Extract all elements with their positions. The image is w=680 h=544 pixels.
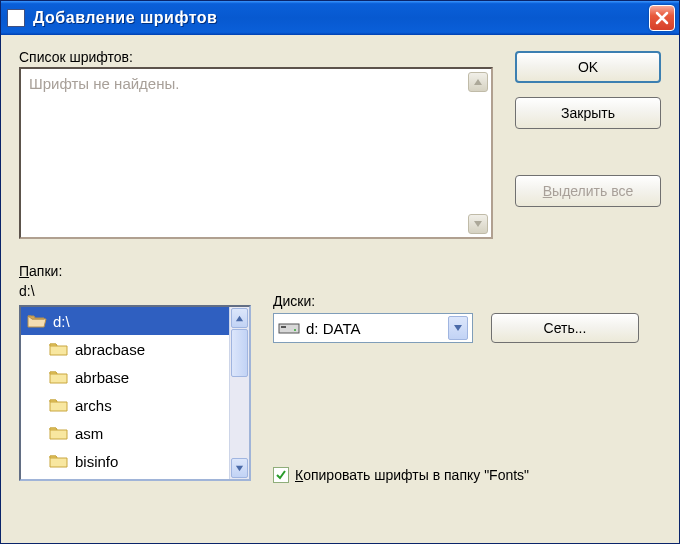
chevron-up-icon [235, 314, 244, 323]
add-fonts-dialog: Добавление шрифтов Список шрифтов: Шрифт… [0, 0, 680, 544]
ok-button[interactable]: OK [515, 51, 661, 83]
drive-icon [278, 321, 300, 335]
current-path: d:\ [19, 283, 251, 299]
folder-icon [49, 453, 69, 469]
select-all-button[interactable]: Выделить все [515, 175, 661, 207]
copy-fonts-checkbox[interactable] [273, 467, 289, 483]
folders-label: Папки: [19, 263, 251, 279]
dialog-content: Список шрифтов: Шрифты не найдены. OK За… [1, 35, 679, 543]
folder-item[interactable]: abrbase [21, 363, 249, 391]
folder-open-icon [27, 313, 47, 329]
folder-scroll-thumb[interactable] [231, 329, 248, 377]
drives-label: Диски: [273, 293, 661, 309]
titlebar: Добавление шрифтов [1, 1, 679, 35]
close-icon [655, 11, 669, 25]
folder-item[interactable]: abracbase [21, 335, 249, 363]
folder-item-label: archs [75, 397, 112, 414]
folder-item-label: asm [75, 425, 103, 442]
chevron-down-icon [235, 464, 244, 473]
folder-icon [49, 369, 69, 385]
folder-icon [49, 425, 69, 441]
chevron-down-icon [473, 219, 483, 229]
copy-fonts-label: Копировать шрифты в папку "Fonts" [295, 467, 529, 483]
folder-scrollbar[interactable] [229, 307, 249, 479]
network-button[interactable]: Сеть... [491, 313, 639, 343]
folder-item-label: abrbase [75, 369, 129, 386]
folder-item[interactable]: bisinfo [21, 447, 249, 475]
folder-item[interactable]: d:\ [21, 307, 249, 335]
folder-scroll-down[interactable] [231, 458, 248, 478]
svg-rect-1 [281, 326, 286, 328]
folder-item-label: abracbase [75, 341, 145, 358]
close-window-button[interactable] [649, 5, 675, 31]
font-list-label: Список шрифтов: [19, 49, 493, 65]
font-list-placeholder: Шрифты не найдены. [29, 75, 179, 92]
window-title: Добавление шрифтов [33, 9, 649, 27]
folder-icon [49, 397, 69, 413]
svg-point-2 [294, 329, 296, 331]
drive-dropdown-button[interactable] [448, 316, 468, 340]
close-button[interactable]: Закрыть [515, 97, 661, 129]
chevron-down-icon [453, 323, 463, 333]
folder-item[interactable]: archs [21, 391, 249, 419]
folder-list[interactable]: d:\abracbaseabrbasearchsasmbisinfo [19, 305, 251, 481]
folder-icon [49, 341, 69, 357]
scroll-up-button[interactable] [468, 72, 488, 92]
drive-select[interactable]: d: DATA [273, 313, 473, 343]
select-all-label: Выделить все [543, 183, 634, 199]
scroll-down-button[interactable] [468, 214, 488, 234]
folder-item-label: d:\ [53, 313, 70, 330]
drive-selected-text: d: DATA [306, 320, 448, 337]
folder-scroll-up[interactable] [231, 308, 248, 328]
chevron-up-icon [473, 77, 483, 87]
window-icon [7, 9, 25, 27]
folder-item-label: bisinfo [75, 453, 118, 470]
check-icon [275, 469, 287, 481]
font-list[interactable]: Шрифты не найдены. [19, 67, 493, 239]
svg-rect-0 [279, 324, 299, 333]
folder-item[interactable]: asm [21, 419, 249, 447]
